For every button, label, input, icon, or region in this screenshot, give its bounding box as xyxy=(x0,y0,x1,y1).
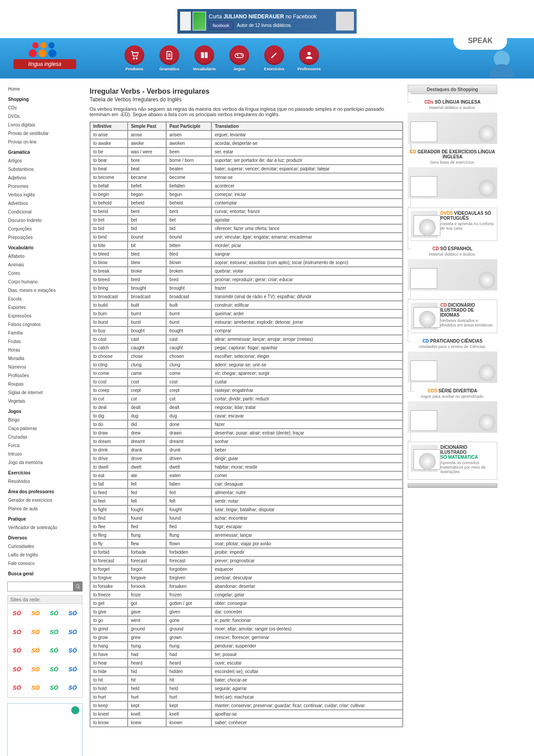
menu-item[interactable]: Curiosidades xyxy=(7,542,82,551)
menu-item[interactable]: Jogo da memória xyxy=(7,458,82,467)
menu-item[interactable]: Intruso xyxy=(7,450,82,458)
logo[interactable]: língua inglesa xyxy=(0,45,90,72)
shop-card[interactable]: DVDS VIDEOAULAS SÓ PORTUGUÊSAssista e ap… xyxy=(408,208,497,241)
menu-item[interactable]: Alfabeto xyxy=(7,252,82,261)
menu-item[interactable]: Pronomes xyxy=(7,182,82,191)
network-site[interactable]: SÓ xyxy=(45,678,64,697)
menu-item[interactable]: Vegetais xyxy=(7,397,82,405)
network-site[interactable]: SÓ xyxy=(45,604,64,623)
menu-item[interactable]: Shopping xyxy=(7,93,82,104)
menu-item[interactable]: Substantivos xyxy=(7,165,82,174)
menu-item[interactable]: Artigos xyxy=(7,156,82,165)
network-site[interactable]: SÓ xyxy=(26,604,45,623)
menu-item[interactable]: CDs xyxy=(7,104,82,112)
search-input[interactable] xyxy=(7,582,73,591)
menu-item[interactable]: Verbos inglês xyxy=(7,191,82,199)
network-site[interactable]: SÓ xyxy=(64,678,82,697)
network-site[interactable]: SÓ xyxy=(26,678,45,697)
menu-item[interactable]: Cores xyxy=(7,269,82,278)
network-site[interactable]: SÓ xyxy=(64,604,82,623)
network-site[interactable]: SÓ xyxy=(8,641,26,660)
network-site[interactable]: SÓ xyxy=(26,641,45,660)
menu-item[interactable]: Preposições xyxy=(7,233,82,242)
menu-item[interactable]: Família xyxy=(7,329,82,337)
shop-card[interactable]: CDs SÓ LÍNGUA INGLESAMaterial didático e… xyxy=(408,92,497,152)
shop-card[interactable]: CD DICIONÁRIO ILUSTRADO DE IDIOMASVerbet… xyxy=(408,300,497,333)
network-site[interactable]: SÓ xyxy=(45,641,64,660)
menu-item[interactable]: Roupas xyxy=(7,380,82,388)
menu-item[interactable]: Cruzadas xyxy=(7,433,82,441)
network-site[interactable]: SÓ xyxy=(8,604,26,623)
shop-card[interactable]: DICIONÁRIO ILUSTRADOSÓ MATEMÁTICAAprenda… xyxy=(408,442,497,480)
menu-item[interactable]: Exercícios xyxy=(7,467,82,477)
menu-item[interactable]: Vocabulário xyxy=(7,242,82,252)
menu-item[interactable]: Conjunções xyxy=(7,225,82,233)
menu-item[interactable]: Provas de vestibular xyxy=(7,129,82,138)
shop-card[interactable]: CD PRATICANDO CIÊNCIASAtividades para o … xyxy=(408,331,497,391)
table-row: to buildbuiltbuiltconstruir; edificar xyxy=(90,301,402,309)
network-site[interactable]: SÓ xyxy=(45,660,64,679)
help-box[interactable]: ○ ○ xyxy=(7,703,82,756)
facebook-button[interactable]: facebook xyxy=(209,22,233,30)
search-button[interactable] xyxy=(73,582,82,591)
table-row: to choosechosechosenescolher; selecionar… xyxy=(90,352,402,360)
menu-item[interactable]: Profissões xyxy=(7,371,82,380)
menu-item[interactable]: Discurso Indireto xyxy=(7,216,82,225)
menu-item[interactable]: Moradia xyxy=(7,354,82,363)
network-site[interactable]: SÓ xyxy=(64,641,82,660)
menu-item[interactable]: Área dos professores xyxy=(7,486,82,496)
menu-item[interactable]: Fale conosco xyxy=(7,559,82,568)
nav-jogos[interactable]: Jogos xyxy=(226,45,253,71)
menu-item[interactable]: Expressões xyxy=(7,312,82,320)
menu-item[interactable]: Provas on-line xyxy=(7,138,82,146)
menu-item[interactable]: Gramática xyxy=(7,146,82,156)
shop-card[interactable]: CDS SÉRIE DIVERTIDAJogos para auxiliar n… xyxy=(408,381,497,441)
menu-item[interactable]: Planos de aula xyxy=(7,504,82,513)
network-site[interactable]: SÓ xyxy=(45,623,64,642)
nav-gramática[interactable]: Gramática xyxy=(156,45,183,71)
menu-item[interactable]: Adjetivos xyxy=(7,174,82,182)
network-site[interactable]: SÓ xyxy=(26,660,45,679)
menu-item[interactable]: Siglas de internet xyxy=(7,388,82,397)
network-site[interactable]: SÓ xyxy=(8,678,26,697)
menu-item[interactable]: Números xyxy=(7,363,82,371)
menu-item[interactable]: Caça-palavras xyxy=(7,424,82,433)
menu-item[interactable]: Gerador de exercícios xyxy=(7,496,82,504)
shop-card[interactable]: CD GERADOR DE EXERCÍCIOS LÍNGUA INGLESAG… xyxy=(408,142,497,207)
product-image xyxy=(408,352,497,383)
menu-item[interactable]: Dias, meses e estações xyxy=(7,286,82,295)
network-site[interactable]: SÓ xyxy=(64,623,82,642)
nav-exercícios[interactable]: Exercícios xyxy=(261,45,288,71)
menu-item[interactable]: Verificador de soletração xyxy=(7,523,82,532)
nav-vocabulário[interactable]: Vocabulário xyxy=(191,45,218,71)
menu-item[interactable]: Frutas xyxy=(7,337,82,346)
network-site[interactable]: SÓ xyxy=(64,660,82,679)
menu-item[interactable]: Forca xyxy=(7,441,82,450)
menu-item[interactable]: Esportes xyxy=(7,303,82,312)
nav-produtos[interactable]: Produtos xyxy=(121,45,148,71)
menu-item[interactable]: Home xyxy=(7,85,82,93)
menu-item[interactable]: Advérbios xyxy=(7,199,82,208)
table-row: to feelfeltfeltsentir; notar xyxy=(90,497,402,505)
facebook-banner[interactable]: Curta JULIANO NIEDERAUER no Facebook fac… xyxy=(177,9,357,34)
network-site[interactable]: SÓ xyxy=(8,660,26,679)
menu-item[interactable]: Escola xyxy=(7,295,82,303)
menu-item[interactable]: Corpo humano xyxy=(7,278,82,286)
menu-item[interactable]: Horas xyxy=(7,346,82,354)
shop-card[interactable]: CD SÓ ESPANHOLMaterial didático e áudios… xyxy=(408,239,497,299)
menu-item[interactable]: DVDs xyxy=(7,112,82,121)
menu-item[interactable]: Laifis de Inglês xyxy=(7,551,82,559)
menu-item[interactable]: Resolvidos xyxy=(7,477,82,486)
menu-item[interactable]: Jogos xyxy=(7,405,82,416)
menu-item[interactable]: Pratique xyxy=(7,513,82,523)
menu-item[interactable]: Livros digitais xyxy=(7,121,82,129)
network-site[interactable]: SÓ xyxy=(26,623,45,642)
menu-item[interactable]: Bingo xyxy=(7,416,82,424)
menu-item[interactable]: Condicional xyxy=(7,208,82,216)
menu-item[interactable]: Busca geral xyxy=(7,568,82,578)
menu-item[interactable]: Falsos cognatos xyxy=(7,320,82,329)
menu-item[interactable]: Diversos xyxy=(7,532,82,542)
network-site[interactable]: SÓ xyxy=(8,623,26,642)
menu-item[interactable]: Animais xyxy=(7,261,82,269)
nav-professores[interactable]: Professores xyxy=(296,45,323,71)
